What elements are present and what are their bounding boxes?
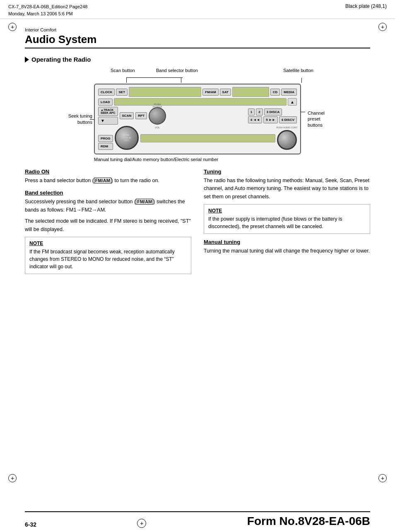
manual-tuning-heading: Manual tuning — [204, 239, 370, 245]
band-selection-text1: Successively pressing the band selector … — [25, 198, 191, 214]
band-selection-text2: The selected mode will be indicated. If … — [25, 217, 191, 234]
audio-knob[interactable]: PUSH AUDIO CONT — [277, 130, 297, 150]
main-content: Interior Comfort Audio System Operating … — [0, 19, 395, 286]
set-btn[interactable]: SET — [116, 89, 128, 96]
note-right-text: If the power supply is interrupted (fuse… — [208, 215, 366, 230]
radio-on-text: Press a band selector button (FM/AM) to … — [25, 177, 191, 185]
diagram-container: Scan button Band selector button Satelli… — [57, 68, 338, 162]
down-btn[interactable]: ▼ — [98, 117, 118, 125]
header-right: Black plate (248,1) — [345, 3, 387, 9]
load-display — [114, 98, 287, 106]
diagram-caption: Manual tuning dial/Auto memory button/El… — [94, 157, 338, 162]
main-display — [129, 87, 201, 97]
preset-2-btn[interactable]: 2 — [256, 108, 263, 116]
media-btn[interactable]: MEDIA — [281, 89, 297, 96]
text-columns: Radio ON Press a band selector button (F… — [25, 169, 370, 277]
diagram-top-labels: Scan button Band selector button Satelli… — [57, 68, 338, 83]
cd-display — [232, 87, 269, 97]
h-line-scan-band — [126, 77, 183, 78]
section-title: Audio System — [25, 33, 370, 46]
audio-label: PUSH AUDIO CONT — [276, 126, 297, 129]
line-scan — [126, 78, 127, 83]
preset-5-btn[interactable]: 5 ►► — [263, 116, 278, 123]
col-right: Tuning The radio has the following tunin… — [204, 169, 370, 277]
radio-with-callouts: Seek tuning buttons CLOCK SET FM/AM SAT — [57, 84, 338, 154]
prog-rdm-col: PROG RDM — [98, 135, 113, 150]
note-box-right: NOTE If the power supply is interrupted … — [204, 204, 370, 234]
tuning-label: TUNEAUTO-MTEXT — [122, 134, 131, 142]
prog-btn[interactable]: PROG — [98, 135, 113, 142]
callout-channel-line — [301, 112, 305, 112]
tuning-dial[interactable]: TUNEAUTO-MTEXT — [115, 126, 139, 150]
load-btn[interactable]: LOAD — [98, 99, 113, 106]
diagram-wrapper: Scan button Band selector button Satelli… — [25, 68, 370, 162]
reg-mark-bottom-right — [378, 474, 387, 482]
label-sat: Satellite button — [283, 68, 313, 73]
footer-inner: 6-32 + Form No.8V28-EA-06B — [0, 512, 395, 532]
callout-seek-line — [90, 119, 94, 120]
header-filename: CX-7_8V28-EA-06B_Edition2 Page248 — [8, 3, 87, 10]
fmam-badge-2: FM/AM — [136, 199, 153, 205]
tuning-text: The radio has the following tuning metho… — [204, 177, 370, 201]
note-box-left: NOTE If the FM broadcast signal becomes … — [25, 237, 191, 274]
radio-on-heading: Radio ON — [25, 169, 191, 175]
section-divider — [25, 48, 370, 48]
radio-row1: CLOCK SET FM/AM SAT CD MEDIA — [98, 87, 297, 97]
vol-label: VOL — [155, 126, 160, 129]
scan-btn[interactable]: SCAN — [120, 112, 134, 119]
clock-btn[interactable]: CLOCK — [98, 89, 115, 96]
note-left-text: If the FM broadcast signal becomes weak,… — [29, 248, 187, 270]
label-scan: Scan button — [111, 68, 135, 73]
line-band — [181, 78, 181, 83]
eject-btn[interactable]: ▲ — [288, 98, 297, 106]
push-power-label: PUSHPOWER — [153, 103, 162, 108]
radio-row4: PROG RDM TUNEAUTO-MTEXT PUSH AUDIO CONT — [98, 126, 297, 150]
label-band: Band selector button — [156, 68, 198, 73]
reg-mark-top-right — [378, 23, 387, 31]
band-selection-heading: Band selection — [25, 190, 191, 196]
footer-form: Form No.8V28-EA-06B — [247, 515, 370, 528]
footer-reg-mark: + — [137, 519, 146, 528]
header-date: Monday, March 13 2006 5:6 PM — [8, 10, 87, 17]
fmam-badge-1: FM/AM — [94, 178, 111, 183]
page-number: 6-32 — [25, 521, 36, 528]
preset-bot-row: 4 ◄◄ 5 ►► 6 DISCV — [248, 116, 297, 123]
manual-tuning-text: Turning the manual tuning dial will chan… — [204, 247, 370, 255]
footer-center-reg: + — [137, 519, 146, 528]
reg-mark-bottom-left — [8, 474, 17, 482]
preset-top-row: 1 2 3 DISCA — [248, 108, 297, 116]
page-header: CX-7_8V28-EA-06B_Edition2 Page248 Monday… — [0, 0, 395, 19]
tuning-heading: Tuning — [204, 169, 370, 175]
vol-area: PUSHPOWER VOL — [149, 107, 166, 125]
note-left-label: NOTE — [29, 241, 187, 246]
cd-btn[interactable]: CD — [270, 89, 280, 96]
rpt-btn[interactable]: RPT — [135, 112, 147, 119]
track-seekapc-btn[interactable]: ▲TRACKSEEK APC — [98, 107, 118, 116]
fmam-btn[interactable]: FM/AM — [202, 89, 218, 96]
radio-row2: LOAD ▲ — [98, 98, 297, 106]
callout-channel: Channel preset buttons — [301, 84, 338, 154]
preset-4-btn[interactable]: 4 ◄◄ — [248, 116, 263, 123]
note-right-label: NOTE — [208, 208, 366, 214]
page-footer: 6-32 + Form No.8V28-EA-06B — [0, 511, 395, 532]
bottom-display — [140, 134, 275, 142]
preset-1-btn[interactable]: 1 — [248, 108, 255, 116]
line-sat — [301, 78, 302, 83]
section-label: Interior Comfort — [25, 27, 370, 32]
radio-unit: CLOCK SET FM/AM SAT CD MEDIA LOAD ▲ — [94, 84, 301, 154]
col-left: Radio ON Press a band selector button (F… — [25, 169, 191, 277]
preset-col: 1 2 3 DISCA 4 ◄◄ 5 ►► 6 DISCV — [248, 108, 297, 123]
preset-6-btn[interactable]: 6 DISCV — [279, 116, 297, 123]
preset-3-btn[interactable]: 3 DISCA — [264, 108, 282, 116]
vol-knob[interactable] — [149, 107, 166, 125]
header-left: CX-7_8V28-EA-06B_Edition2 Page248 Monday… — [8, 3, 87, 17]
reg-mark-top-left — [8, 23, 17, 31]
radio-row3: ▲TRACKSEEK APC ▼ SCAN RPT PUSHPOWER VOL — [98, 107, 297, 125]
triangle-icon — [25, 57, 29, 63]
subsection-title: Operating the Radio — [25, 56, 370, 63]
seek-col: ▲TRACKSEEK APC ▼ — [98, 107, 118, 125]
callout-seek: Seek tuning buttons — [57, 84, 94, 154]
sat-btn[interactable]: SAT — [220, 89, 231, 96]
rdm-btn[interactable]: RDM — [98, 143, 113, 150]
